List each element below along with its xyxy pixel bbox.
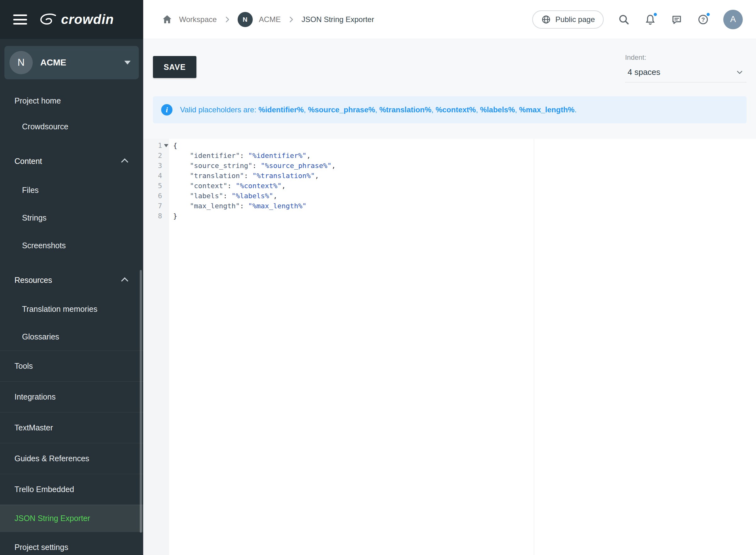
help-button[interactable]: ? <box>697 13 709 26</box>
breadcrumb-project[interactable]: ACME <box>259 15 281 24</box>
sidebar-item-integrations[interactable]: Integrations <box>0 381 143 412</box>
line-number: 8 <box>143 211 162 221</box>
sidebar-item-label: Tools <box>14 361 33 371</box>
chevron-up-icon <box>121 278 128 285</box>
menu-icon[interactable] <box>13 14 27 25</box>
chevron-up-icon <box>121 159 128 166</box>
sidebar-item-label: Guides & References <box>14 454 89 463</box>
sidebar-item-strings[interactable]: Strings <box>0 204 143 231</box>
indent-setting: Indent: 4 spaces <box>625 53 747 82</box>
sidebar-item-label: Project home <box>14 96 61 105</box>
crowdin-logo: crowdin <box>38 12 114 27</box>
sidebar-item-tools[interactable]: Tools <box>0 350 143 381</box>
sidebar-item-label: Screenshots <box>22 241 66 250</box>
info-icon: i <box>161 104 172 116</box>
line-number: 4 <box>143 171 162 181</box>
globe-icon <box>541 14 551 25</box>
sidebar-item-guides-references[interactable]: Guides & References <box>0 443 143 474</box>
json-template-editor[interactable]: 12345678 { "identifier": "%identifier%",… <box>143 139 756 555</box>
indent-label: Indent: <box>625 53 747 62</box>
project-avatar: N <box>9 51 33 74</box>
sidebar-item-glossaries[interactable]: Glossaries <box>0 323 143 350</box>
sidebar-item-json-string-exporter[interactable]: JSON String Exporter <box>0 505 143 532</box>
line-number: 1 <box>143 141 162 151</box>
sidebar-item-trello-embedded[interactable]: Trello Embedded <box>0 474 143 505</box>
sidebar-item-crowdsource[interactable]: Crowdsource <box>0 113 143 140</box>
sidebar-item-label: TextMaster <box>14 423 53 432</box>
breadcrumb-project-avatar: N <box>238 12 253 27</box>
sidebar-item-label: Resources <box>14 275 52 285</box>
sidebar-item-label: Glossaries <box>22 332 59 341</box>
public-page-label: Public page <box>555 15 595 24</box>
sidebar-item-label: Integrations <box>14 392 56 401</box>
code-line: "context": "%context%", <box>173 181 756 191</box>
save-button[interactable]: SAVE <box>153 56 197 78</box>
line-number: 7 <box>143 201 162 211</box>
search-button[interactable] <box>618 13 630 26</box>
code-editor[interactable]: { "identifier": "%identifier%", "source_… <box>169 139 756 555</box>
user-avatar[interactable]: A <box>723 10 743 29</box>
sidebar-nav: Project homeCrowdsourceContentFilesStrin… <box>0 89 143 555</box>
topbar: Workspace N ACME JSON String Exporter Pu… <box>143 0 756 39</box>
sidebar-item-label: Crowdsource <box>22 122 68 131</box>
breadcrumb-page-title: JSON String Exporter <box>301 15 374 24</box>
code-line: { <box>173 141 756 151</box>
sidebar-item-project-settings[interactable]: Project settings <box>0 532 143 555</box>
sidebar-item-label: JSON String Exporter <box>14 514 90 523</box>
info-banner: i Valid placeholders are: %identifier%, … <box>153 96 747 123</box>
svg-text:?: ? <box>701 16 705 23</box>
sidebar-item-resources[interactable]: Resources <box>0 265 143 295</box>
editor-gutter: 12345678 <box>143 139 169 555</box>
chevron-down-icon <box>735 68 744 77</box>
sidebar-header: crowdin <box>0 0 143 39</box>
messages-button[interactable] <box>670 13 683 26</box>
line-number: 3 <box>143 161 162 171</box>
topbar-actions: Public page ? <box>532 10 743 29</box>
crowdin-logo-icon <box>38 12 58 27</box>
code-line: "labels": "%labels%", <box>173 191 756 201</box>
chevron-right-icon <box>223 15 231 24</box>
sidebar-item-label: Project settings <box>14 543 68 552</box>
home-icon[interactable] <box>162 14 173 25</box>
indent-value: 4 spaces <box>628 67 660 77</box>
public-page-button[interactable]: Public page <box>532 10 604 29</box>
sidebar: crowdin N ACME Project homeCrowdsourceCo… <box>0 0 143 555</box>
sidebar-item-label: Content <box>14 157 42 166</box>
code-line: "max_length": "%max_length%" <box>173 201 756 211</box>
line-number: 5 <box>143 181 162 191</box>
sidebar-item-label: Trello Embedded <box>14 485 74 494</box>
line-number: 6 <box>143 191 162 201</box>
help-badge <box>706 12 711 17</box>
breadcrumb-workspace[interactable]: Workspace <box>179 15 217 24</box>
sidebar-item-project-home[interactable]: Project home <box>0 89 143 113</box>
crowdin-logo-text: crowdin <box>61 12 114 27</box>
line-number: 2 <box>143 151 162 161</box>
project-name: ACME <box>40 57 124 68</box>
breadcrumb: Workspace N ACME JSON String Exporter <box>162 12 374 27</box>
notification-badge <box>653 12 658 17</box>
sidebar-item-label: Translation memories <box>22 305 97 314</box>
sidebar-item-label: Strings <box>22 213 47 222</box>
code-line: "translation": "%translation%", <box>173 171 756 181</box>
print-margin-ruler <box>534 139 534 555</box>
chevron-down-icon <box>124 61 131 65</box>
search-icon <box>618 13 630 26</box>
code-line: } <box>173 211 756 221</box>
indent-select[interactable]: 4 spaces <box>625 62 747 82</box>
project-selector[interactable]: N ACME <box>4 46 139 79</box>
sidebar-item-label: Files <box>22 186 39 195</box>
sidebar-item-textmaster[interactable]: TextMaster <box>0 412 143 443</box>
chat-icon <box>671 13 683 26</box>
sidebar-item-translation-memories[interactable]: Translation memories <box>0 295 143 323</box>
sidebar-item-files[interactable]: Files <box>0 176 143 204</box>
code-line: "identifier": "%identifier%", <box>173 151 756 161</box>
chevron-right-icon <box>287 15 295 24</box>
sidebar-item-screenshots[interactable]: Screenshots <box>0 231 143 259</box>
sidebar-item-content[interactable]: Content <box>0 146 143 176</box>
fold-arrow-icon[interactable] <box>164 144 168 147</box>
main-content: SAVE Indent: 4 spaces i Valid placeholde… <box>143 39 756 555</box>
banner-text: Valid placeholders are: %identifier%, %s… <box>180 105 577 114</box>
sidebar-scrollbar[interactable] <box>140 270 142 533</box>
code-line: "source_string": "%source_phrase%", <box>173 161 756 171</box>
notifications-button[interactable] <box>644 13 657 26</box>
